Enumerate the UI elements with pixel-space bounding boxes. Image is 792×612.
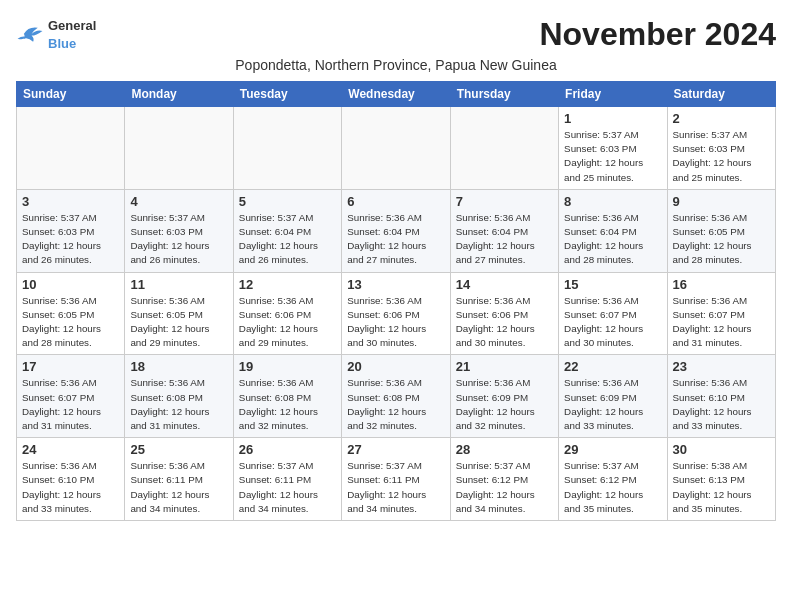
day-info: Sunrise: 5:36 AM Sunset: 6:10 PM Dayligh… [673,376,770,433]
day-number: 4 [130,194,227,209]
calendar-cell: 19Sunrise: 5:36 AM Sunset: 6:08 PM Dayli… [233,355,341,438]
day-info: Sunrise: 5:36 AM Sunset: 6:07 PM Dayligh… [22,376,119,433]
calendar-cell: 10Sunrise: 5:36 AM Sunset: 6:05 PM Dayli… [17,272,125,355]
calendar-cell: 23Sunrise: 5:36 AM Sunset: 6:10 PM Dayli… [667,355,775,438]
calendar-week-row: 24Sunrise: 5:36 AM Sunset: 6:10 PM Dayli… [17,438,776,521]
calendar-cell: 28Sunrise: 5:37 AM Sunset: 6:12 PM Dayli… [450,438,558,521]
day-info: Sunrise: 5:36 AM Sunset: 6:06 PM Dayligh… [239,294,336,351]
day-number: 2 [673,111,770,126]
calendar-cell: 9Sunrise: 5:36 AM Sunset: 6:05 PM Daylig… [667,189,775,272]
calendar-cell: 27Sunrise: 5:37 AM Sunset: 6:11 PM Dayli… [342,438,450,521]
day-number: 26 [239,442,336,457]
header-sunday: Sunday [17,82,125,107]
calendar-week-row: 17Sunrise: 5:36 AM Sunset: 6:07 PM Dayli… [17,355,776,438]
day-number: 8 [564,194,661,209]
calendar-cell: 17Sunrise: 5:36 AM Sunset: 6:07 PM Dayli… [17,355,125,438]
calendar-cell: 22Sunrise: 5:36 AM Sunset: 6:09 PM Dayli… [559,355,667,438]
day-info: Sunrise: 5:37 AM Sunset: 6:03 PM Dayligh… [673,128,770,185]
day-info: Sunrise: 5:36 AM Sunset: 6:04 PM Dayligh… [347,211,444,268]
day-number: 16 [673,277,770,292]
day-number: 9 [673,194,770,209]
day-info: Sunrise: 5:37 AM Sunset: 6:03 PM Dayligh… [130,211,227,268]
calendar-cell: 26Sunrise: 5:37 AM Sunset: 6:11 PM Dayli… [233,438,341,521]
day-info: Sunrise: 5:36 AM Sunset: 6:09 PM Dayligh… [564,376,661,433]
day-info: Sunrise: 5:36 AM Sunset: 6:06 PM Dayligh… [456,294,553,351]
calendar-cell: 30Sunrise: 5:38 AM Sunset: 6:13 PM Dayli… [667,438,775,521]
day-info: Sunrise: 5:37 AM Sunset: 6:04 PM Dayligh… [239,211,336,268]
day-info: Sunrise: 5:36 AM Sunset: 6:08 PM Dayligh… [239,376,336,433]
day-number: 12 [239,277,336,292]
day-info: Sunrise: 5:36 AM Sunset: 6:04 PM Dayligh… [564,211,661,268]
day-info: Sunrise: 5:37 AM Sunset: 6:12 PM Dayligh… [564,459,661,516]
day-number: 5 [239,194,336,209]
month-title: November 2024 [539,16,776,53]
day-info: Sunrise: 5:36 AM Sunset: 6:04 PM Dayligh… [456,211,553,268]
calendar-table: Sunday Monday Tuesday Wednesday Thursday… [16,81,776,521]
calendar-cell: 6Sunrise: 5:36 AM Sunset: 6:04 PM Daylig… [342,189,450,272]
day-number: 30 [673,442,770,457]
calendar-cell [125,107,233,190]
calendar-cell [233,107,341,190]
calendar-cell: 7Sunrise: 5:36 AM Sunset: 6:04 PM Daylig… [450,189,558,272]
calendar-cell: 20Sunrise: 5:36 AM Sunset: 6:08 PM Dayli… [342,355,450,438]
day-number: 11 [130,277,227,292]
day-number: 28 [456,442,553,457]
calendar-cell [17,107,125,190]
day-info: Sunrise: 5:37 AM Sunset: 6:12 PM Dayligh… [456,459,553,516]
day-number: 6 [347,194,444,209]
day-info: Sunrise: 5:38 AM Sunset: 6:13 PM Dayligh… [673,459,770,516]
calendar-cell: 12Sunrise: 5:36 AM Sunset: 6:06 PM Dayli… [233,272,341,355]
day-info: Sunrise: 5:36 AM Sunset: 6:08 PM Dayligh… [347,376,444,433]
day-info: Sunrise: 5:37 AM Sunset: 6:03 PM Dayligh… [22,211,119,268]
day-number: 10 [22,277,119,292]
calendar-cell: 16Sunrise: 5:36 AM Sunset: 6:07 PM Dayli… [667,272,775,355]
header-tuesday: Tuesday [233,82,341,107]
calendar-cell [450,107,558,190]
day-info: Sunrise: 5:37 AM Sunset: 6:11 PM Dayligh… [239,459,336,516]
header-wednesday: Wednesday [342,82,450,107]
calendar-cell: 18Sunrise: 5:36 AM Sunset: 6:08 PM Dayli… [125,355,233,438]
day-number: 21 [456,359,553,374]
day-number: 20 [347,359,444,374]
logo-text: General Blue [48,16,96,52]
location-subtitle: Popondetta, Northern Province, Papua New… [16,57,776,73]
header-thursday: Thursday [450,82,558,107]
day-number: 24 [22,442,119,457]
day-info: Sunrise: 5:37 AM Sunset: 6:11 PM Dayligh… [347,459,444,516]
day-number: 27 [347,442,444,457]
day-number: 25 [130,442,227,457]
day-info: Sunrise: 5:37 AM Sunset: 6:03 PM Dayligh… [564,128,661,185]
day-number: 7 [456,194,553,209]
calendar-cell: 2Sunrise: 5:37 AM Sunset: 6:03 PM Daylig… [667,107,775,190]
day-number: 3 [22,194,119,209]
header-friday: Friday [559,82,667,107]
day-number: 1 [564,111,661,126]
day-number: 17 [22,359,119,374]
calendar-cell: 4Sunrise: 5:37 AM Sunset: 6:03 PM Daylig… [125,189,233,272]
day-info: Sunrise: 5:36 AM Sunset: 6:05 PM Dayligh… [673,211,770,268]
calendar-cell: 11Sunrise: 5:36 AM Sunset: 6:05 PM Dayli… [125,272,233,355]
day-info: Sunrise: 5:36 AM Sunset: 6:09 PM Dayligh… [456,376,553,433]
day-info: Sunrise: 5:36 AM Sunset: 6:05 PM Dayligh… [22,294,119,351]
day-number: 23 [673,359,770,374]
calendar-cell: 25Sunrise: 5:36 AM Sunset: 6:11 PM Dayli… [125,438,233,521]
day-number: 18 [130,359,227,374]
calendar-cell: 8Sunrise: 5:36 AM Sunset: 6:04 PM Daylig… [559,189,667,272]
day-number: 19 [239,359,336,374]
day-number: 29 [564,442,661,457]
calendar-cell: 14Sunrise: 5:36 AM Sunset: 6:06 PM Dayli… [450,272,558,355]
logo-bird-icon [16,23,44,45]
calendar-cell: 3Sunrise: 5:37 AM Sunset: 6:03 PM Daylig… [17,189,125,272]
calendar-week-row: 3Sunrise: 5:37 AM Sunset: 6:03 PM Daylig… [17,189,776,272]
calendar-cell: 5Sunrise: 5:37 AM Sunset: 6:04 PM Daylig… [233,189,341,272]
page-header: General Blue November 2024 [16,16,776,53]
calendar-cell: 13Sunrise: 5:36 AM Sunset: 6:06 PM Dayli… [342,272,450,355]
header-saturday: Saturday [667,82,775,107]
day-number: 15 [564,277,661,292]
day-info: Sunrise: 5:36 AM Sunset: 6:11 PM Dayligh… [130,459,227,516]
calendar-cell: 29Sunrise: 5:37 AM Sunset: 6:12 PM Dayli… [559,438,667,521]
calendar-cell: 24Sunrise: 5:36 AM Sunset: 6:10 PM Dayli… [17,438,125,521]
day-number: 13 [347,277,444,292]
weekday-header-row: Sunday Monday Tuesday Wednesday Thursday… [17,82,776,107]
day-info: Sunrise: 5:36 AM Sunset: 6:10 PM Dayligh… [22,459,119,516]
